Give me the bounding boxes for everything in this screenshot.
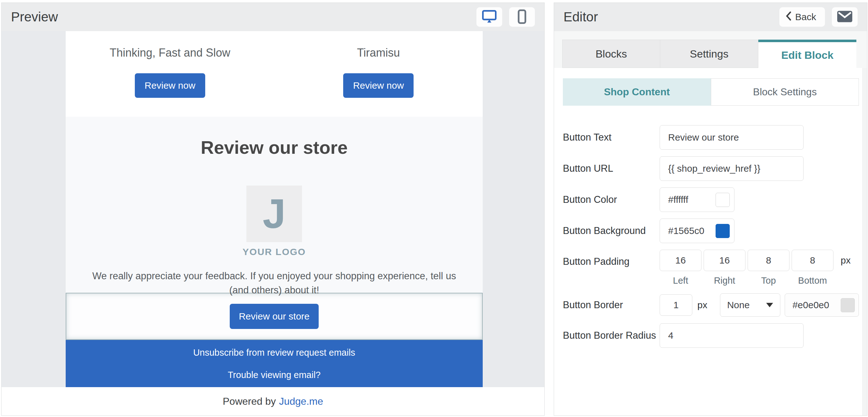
padding-sublabel-right: Right bbox=[704, 275, 745, 286]
px-unit-label: px bbox=[841, 255, 851, 266]
selected-block[interactable]: Review our store bbox=[66, 293, 483, 340]
button-color-input[interactable]: #ffffff bbox=[660, 187, 735, 212]
unsubscribe-link[interactable]: Unsubscribe from review request emails bbox=[193, 348, 355, 358]
field-label: Button Border bbox=[563, 299, 660, 311]
desktop-view-button[interactable] bbox=[476, 7, 502, 27]
tab-blocks[interactable]: Blocks bbox=[562, 40, 660, 68]
px-unit-label: px bbox=[698, 300, 707, 310]
field-row-button-url: Button URL bbox=[563, 156, 867, 181]
editor-scrollbar[interactable] bbox=[862, 68, 867, 415]
button-background-value: #1565c0 bbox=[668, 226, 704, 236]
store-review-block[interactable]: Review our store J YOUR LOGO We really a… bbox=[66, 117, 483, 293]
button-url-input[interactable] bbox=[660, 156, 804, 181]
color-swatch-gray[interactable] bbox=[841, 298, 855, 312]
mail-icon bbox=[837, 11, 852, 23]
padding-sublabel-top: Top bbox=[748, 275, 789, 286]
product-card: Thinking, Fast and Slow Review now bbox=[66, 31, 274, 117]
editor-title: Editor bbox=[563, 9, 598, 25]
tab-edit-block[interactable]: Edit Block bbox=[758, 40, 856, 68]
product-name: Thinking, Fast and Slow bbox=[110, 46, 230, 59]
padding-top-input[interactable] bbox=[748, 250, 789, 271]
powered-by-text: Powered by bbox=[223, 396, 276, 407]
preview-panel: Preview Thinking, Fast and Sl bbox=[1, 2, 545, 416]
field-label: Button Text bbox=[563, 132, 660, 143]
chevron-left-icon bbox=[786, 11, 791, 23]
field-row-border-radius: Button Border Radius bbox=[563, 323, 867, 348]
preview-header: Preview bbox=[2, 3, 544, 31]
field-row-button-background: Button Background #1565c0 bbox=[563, 218, 867, 243]
app: Preview Thinking, Fast and Sl bbox=[0, 0, 868, 417]
mobile-view-button[interactable] bbox=[509, 7, 535, 27]
field-row-button-padding: Button Padding px Left Right Top bbox=[563, 250, 867, 286]
border-radius-input[interactable] bbox=[660, 323, 804, 348]
review-now-button[interactable]: Review now bbox=[343, 73, 413, 98]
editor-header-actions: Back bbox=[779, 7, 858, 27]
back-label: Back bbox=[795, 12, 816, 22]
email-canvas: Thinking, Fast and Slow Review now Tiram… bbox=[66, 31, 483, 387]
button-color-value: #ffffff bbox=[668, 195, 688, 205]
products-block[interactable]: Thinking, Fast and Slow Review now Tiram… bbox=[66, 31, 483, 117]
field-label: Button Color bbox=[563, 194, 660, 205]
field-row-button-text: Button Text bbox=[563, 125, 867, 150]
border-color-input[interactable]: #e0e0e0 bbox=[785, 293, 859, 317]
padding-bottom-input[interactable] bbox=[792, 250, 833, 271]
caret-down-icon bbox=[766, 303, 773, 307]
device-toggle bbox=[476, 7, 535, 27]
color-swatch-blue[interactable] bbox=[716, 224, 730, 238]
field-row-button-color: Button Color #ffffff bbox=[563, 187, 867, 212]
preview-title: Preview bbox=[11, 9, 58, 25]
logo-letter: J bbox=[263, 193, 286, 235]
edit-block-content: Shop Content Block Settings Button Text … bbox=[554, 78, 867, 348]
field-label: Button Padding bbox=[563, 256, 660, 267]
review-store-button[interactable]: Review our store bbox=[230, 304, 319, 329]
mail-button[interactable] bbox=[832, 7, 858, 27]
padding-right-input[interactable] bbox=[704, 250, 745, 271]
padding-sublabels: Left Right Top Bottom bbox=[660, 275, 851, 286]
editor-panel: Editor Back Blocks Settings bbox=[554, 2, 867, 416]
border-style-select[interactable]: None bbox=[720, 293, 780, 317]
back-button[interactable]: Back bbox=[779, 7, 825, 27]
store-review-heading: Review our store bbox=[66, 117, 483, 158]
border-width-input[interactable] bbox=[660, 294, 692, 316]
border-color-value: #e0e0e0 bbox=[793, 300, 829, 310]
subtab-block-settings[interactable]: Block Settings bbox=[711, 78, 859, 106]
field-row-button-border: Button Border px None #e0e0e0 bbox=[563, 293, 867, 317]
trouble-viewing-link[interactable]: Trouble viewing email? bbox=[228, 370, 321, 380]
padding-sublabel-bottom: Bottom bbox=[792, 275, 833, 286]
email-footer: Unsubscribe from review request emails T… bbox=[66, 340, 483, 387]
product-name: Tiramisu bbox=[357, 46, 400, 59]
smartphone-icon bbox=[518, 9, 526, 25]
border-style-value: None bbox=[727, 300, 750, 310]
padding-sublabel-left: Left bbox=[660, 275, 702, 286]
edit-block-form: Button Text Button URL Button Color #fff… bbox=[563, 125, 867, 348]
subtab-shop-content[interactable]: Shop Content bbox=[563, 78, 711, 106]
product-card: Tiramisu Review now bbox=[274, 31, 483, 117]
editor-header: Editor Back bbox=[554, 3, 867, 31]
field-label: Button Background bbox=[563, 225, 660, 237]
email-preview: Thinking, Fast and Slow Review now Tiram… bbox=[2, 31, 544, 415]
judgeme-link[interactable]: Judge.me bbox=[279, 396, 323, 407]
button-text-input[interactable] bbox=[660, 125, 804, 150]
powered-by: Powered by Judge.me bbox=[2, 387, 544, 415]
logo-caption: YOUR LOGO bbox=[66, 246, 483, 257]
tab-settings[interactable]: Settings bbox=[660, 40, 758, 68]
editor-tabbar: Blocks Settings Edit Block bbox=[554, 31, 867, 68]
review-now-button[interactable]: Review now bbox=[135, 73, 205, 98]
button-background-input[interactable]: #1565c0 bbox=[660, 218, 735, 243]
padding-left-input[interactable] bbox=[660, 250, 702, 271]
edit-block-subtabs: Shop Content Block Settings bbox=[563, 78, 859, 106]
field-label: Button Border Radius bbox=[563, 330, 660, 341]
monitor-icon bbox=[482, 10, 497, 24]
color-swatch-white[interactable] bbox=[716, 193, 730, 207]
logo-image: J bbox=[246, 185, 302, 242]
field-label: Button URL bbox=[563, 163, 660, 174]
